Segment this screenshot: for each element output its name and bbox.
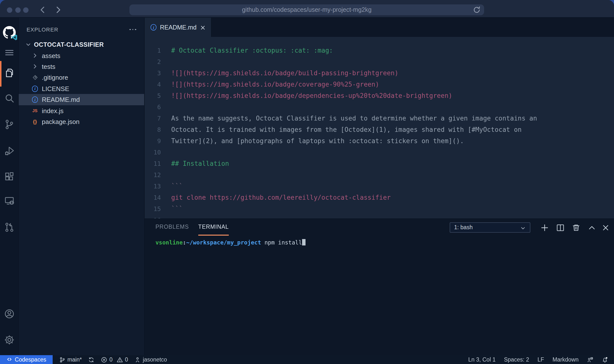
bottom-panel: PROBLEMS TERMINAL 1: bash vsonline:~/wor… <box>145 218 614 355</box>
feedback-button[interactable] <box>587 356 593 363</box>
notifications-button[interactable] <box>602 356 608 363</box>
url-text: github.com/codespaces/user-my-project-mg… <box>242 6 372 13</box>
branch-icon <box>59 356 65 363</box>
explorer-icon[interactable] <box>3 67 15 79</box>
browser-chrome: github.com/codespaces/user-my-project-mg… <box>0 0 614 18</box>
status-bar: Codespaces main* 0 0 jasonetco Ln 3, Col… <box>0 355 614 364</box>
menu-icon[interactable] <box>3 47 15 59</box>
extensions-icon[interactable] <box>3 171 15 183</box>
editor[interactable]: 1# Octocat Classifier :octopus: :cat: :m… <box>145 37 614 218</box>
language-mode[interactable]: Markdown <box>553 357 579 363</box>
search-icon[interactable] <box>3 92 15 104</box>
back-button[interactable] <box>38 5 48 15</box>
person-icon <box>134 356 141 363</box>
new-terminal-icon[interactable] <box>540 223 550 232</box>
chevron-right-icon <box>31 52 38 59</box>
json-file-icon: {} <box>31 118 38 125</box>
code-line: 14git clone https://github.com/leereilly… <box>145 192 614 203</box>
tree-item-tests[interactable]: tests <box>19 61 144 72</box>
warning-icon <box>117 356 123 363</box>
terminal[interactable]: vsonline:~/workspace/my_project npm inst… <box>155 235 609 246</box>
info-file-icon: i <box>31 96 38 103</box>
code-line: 15``` <box>145 203 614 214</box>
terminal-shell-select[interactable]: 1: bash <box>450 222 530 232</box>
js-file-icon: JS <box>31 107 38 114</box>
problems-indicator[interactable]: 0 0 <box>101 356 128 363</box>
eol-indicator[interactable]: LF <box>537 357 544 363</box>
run-debug-icon[interactable] <box>3 145 15 157</box>
kill-terminal-icon[interactable] <box>571 223 581 232</box>
traffic-light-minimize[interactable] <box>15 7 20 13</box>
code-line: 7As the name suggests, Octocat Classifie… <box>145 112 614 124</box>
reload-icon[interactable] <box>473 6 481 14</box>
chevron-right-icon <box>31 63 38 70</box>
tab-terminal[interactable]: TERMINAL <box>198 219 229 235</box>
traffic-light-zoom[interactable] <box>23 7 29 13</box>
bell-icon <box>602 356 608 363</box>
code-line: 13``` <box>145 180 614 192</box>
tree-root-folder[interactable]: OCTOCAT-CLASSIFIER <box>19 39 144 50</box>
code-line: 6 <box>145 101 614 112</box>
tab-bar: i README.md <box>145 18 614 37</box>
account-icon[interactable] <box>3 308 15 320</box>
code-line: 1# Octocat Classifier :octopus: :cat: :m… <box>145 45 614 56</box>
feedback-icon <box>587 356 593 363</box>
code-line: 4![](https://img.shields.io/badge/covera… <box>145 78 614 90</box>
explorer-more-icon[interactable] <box>129 29 136 30</box>
code-line: 10 <box>145 146 614 158</box>
branch-indicator[interactable]: main* <box>59 356 82 363</box>
github-codespaces-logo[interactable] <box>3 26 16 39</box>
tree-item-assets[interactable]: assets <box>19 50 144 61</box>
tree-item-readme[interactable]: i README.md <box>19 94 144 105</box>
tab-readme[interactable]: i README.md <box>145 18 212 37</box>
traffic-light-close[interactable] <box>7 7 12 13</box>
terminal-cursor <box>302 239 306 245</box>
code-line: 9Twitter](2), and [photographs of laptop… <box>145 135 614 146</box>
git-file-icon <box>31 74 38 81</box>
file-tree: OCTOCAT-CLASSIFIER assets tests .gitigno… <box>19 39 144 127</box>
pull-requests-icon[interactable] <box>3 221 15 233</box>
code-line: 8Octocat. It is trained with images from… <box>145 124 614 135</box>
sync-icon <box>88 356 95 363</box>
activity-bar <box>0 18 19 355</box>
chevron-down-icon <box>520 224 526 230</box>
sync-button[interactable] <box>88 356 95 363</box>
tree-item-packagejson[interactable]: {} package.json <box>19 116 144 127</box>
source-control-icon[interactable] <box>3 119 15 130</box>
tree-item-license[interactable]: i LICENSE <box>19 83 144 94</box>
remote-explorer-icon[interactable] <box>3 195 15 207</box>
user-indicator[interactable]: jasonetco <box>134 356 167 363</box>
info-file-icon: i <box>151 24 156 30</box>
codespaces-remote-button[interactable]: Codespaces <box>0 355 53 364</box>
indentation[interactable]: Spaces: 2 <box>504 357 529 363</box>
info-file-icon: i <box>31 85 38 92</box>
tree-item-indexjs[interactable]: JS index.js <box>19 105 144 116</box>
code-line: 12 <box>145 169 614 180</box>
close-icon[interactable] <box>200 24 206 30</box>
split-terminal-icon[interactable] <box>555 223 565 232</box>
cursor-position[interactable]: Ln 3, Col 1 <box>468 357 495 363</box>
code-line: 2 <box>145 56 614 67</box>
code-line: 3![](https://img.shields.io/badge/build-… <box>145 67 614 78</box>
forward-button[interactable] <box>53 5 63 15</box>
close-panel-icon[interactable] <box>601 223 611 232</box>
active-indicator <box>0 61 1 87</box>
code-line: 16 <box>145 214 614 218</box>
browser-window: github.com/codespaces/user-my-project-mg… <box>0 0 614 364</box>
remote-icon <box>6 357 12 363</box>
tree-item-gitignore[interactable]: .gitignore <box>19 72 144 83</box>
explorer-title: EXPLORER <box>27 27 58 32</box>
error-icon <box>101 356 107 363</box>
explorer-sidebar: EXPLORER OCTOCAT-CLASSIFIER assets tests <box>19 18 145 355</box>
code-line: 5![](https://img.shields.io/badge/depend… <box>145 90 614 101</box>
url-bar[interactable]: github.com/codespaces/user-my-project-mg… <box>129 4 484 15</box>
chevron-down-icon <box>25 41 31 48</box>
vscode-logo-icon <box>11 34 18 41</box>
settings-icon[interactable] <box>3 334 15 346</box>
tab-problems[interactable]: PROBLEMS <box>155 219 189 235</box>
code-line: 11## Installation <box>145 158 614 169</box>
maximize-panel-icon[interactable] <box>587 223 597 232</box>
